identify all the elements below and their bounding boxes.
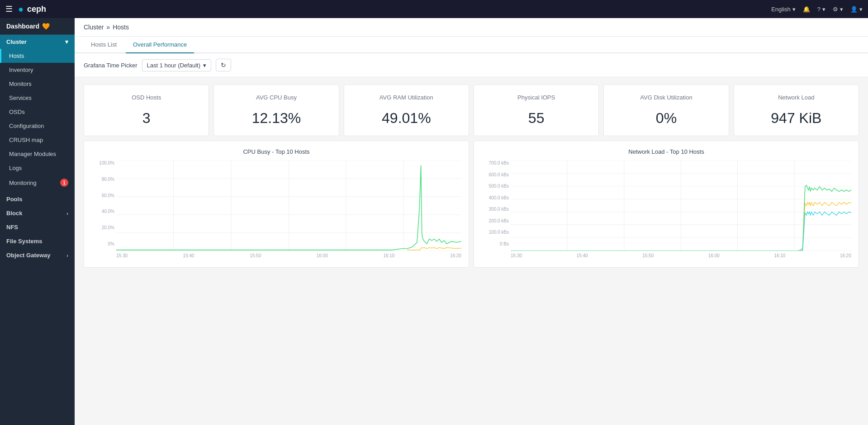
sidebar-item-block[interactable]: Block › (0, 206, 75, 220)
avg-cpu-title: AVG CPU Busy (256, 94, 297, 101)
toolbar: Grafana Time Picker Last 1 hour (Default… (75, 53, 868, 77)
stat-card-osd-hosts: OSD Hosts 3 (84, 85, 209, 136)
sidebar-item-inventory[interactable]: Inventory (0, 63, 75, 77)
settings-arrow: ▾ (840, 6, 843, 13)
net-x-labels: 15:30 15:40 15:50 16:00 16:10 16:20 (511, 251, 851, 260)
sidebar-item-monitors[interactable]: Monitors (0, 77, 75, 91)
sidebar-item-nfs[interactable]: NFS (0, 220, 75, 234)
avg-ram-value: 49.01% (382, 110, 431, 127)
sidebar-item-configuration[interactable]: Configuration (0, 119, 75, 133)
sidebar-item-monitoring[interactable]: Monitoring 1 (0, 175, 75, 190)
configuration-label: Configuration (9, 123, 44, 129)
crush-map-label: CRUSH map (9, 137, 43, 143)
cluster-chevron: ▾ (65, 38, 68, 45)
grafana-time-picker-label: Grafana Time Picker (84, 62, 138, 69)
net-x-label-3: 16:00 (708, 253, 720, 258)
cpu-y-label-2: 60.0% (102, 193, 114, 198)
net-y-label-2: 500.0 kBs (489, 184, 509, 189)
cpu-x-label-1: 15:40 (183, 253, 194, 258)
tab-overall-performance[interactable]: Overall Performance (126, 37, 194, 53)
network-load-chart-area: 700.0 kBs 600.0 kBs 500.0 kBs 400.0 kBs … (481, 161, 851, 260)
object-gateway-chevron-icon: › (66, 253, 68, 258)
breadcrumb-cluster: Cluster (84, 24, 104, 31)
sidebar-item-osds[interactable]: OSDs (0, 105, 75, 119)
sidebar-item-pools[interactable]: Pools (0, 192, 75, 206)
sidebar-item-file-systems[interactable]: File Systems (0, 234, 75, 248)
net-y-labels: 700.0 kBs 600.0 kBs 500.0 kBs 400.0 kBs … (481, 161, 511, 246)
network-load-chart-card: Network Load - Top 10 Hosts 700.0 kBs 60… (474, 141, 859, 268)
avg-disk-title: AVG Disk Utilization (640, 94, 692, 101)
stat-card-network-load: Network Load 947 KiB (734, 85, 859, 136)
nfs-label: NFS (6, 224, 18, 231)
navbar-right: English ▾ 🔔 ? ▾ ⚙ ▾ 👤 ▾ (771, 6, 863, 13)
monitoring-badge: 1 (60, 179, 68, 187)
bell-icon: 🔔 (803, 6, 810, 13)
tab-hosts-list[interactable]: Hosts List (84, 37, 124, 53)
physical-iops-value: 55 (528, 110, 545, 127)
stat-card-avg-ram: AVG RAM Utilization 49.01% (344, 85, 469, 136)
sidebar-dashboard[interactable]: Dashboard 🧡 (0, 18, 75, 35)
cpu-y-label-4: 20.0% (102, 225, 114, 230)
time-picker-dropdown[interactable]: Last 1 hour (Default) ▾ (142, 59, 212, 71)
time-picker-value: Last 1 hour (Default) (147, 62, 201, 69)
hosts-label: Hosts (9, 52, 24, 59)
app-name: ceph (27, 5, 46, 14)
navbar-left: ☰ ● ceph (5, 4, 46, 14)
help-icon: ? (817, 6, 821, 13)
object-gateway-label: Object Gateway (6, 252, 51, 259)
heart-icon: 🧡 (42, 23, 50, 30)
cpu-chart-svg (116, 161, 461, 251)
net-x-label-0: 15:30 (511, 253, 522, 258)
net-y-label-4: 300.0 kBs (489, 207, 509, 212)
cpu-x-labels: 15:30 15:40 15:50 16:00 16:10 16:20 (116, 251, 461, 260)
cpu-x-label-3: 16:00 (317, 253, 328, 258)
net-y-label-3: 400.0 kBs (489, 195, 509, 200)
language-arrow: ▾ (792, 6, 796, 13)
hamburger-icon[interactable]: ☰ (5, 4, 13, 14)
breadcrumb-separator: » (106, 24, 110, 31)
monitoring-label: Monitoring (9, 179, 37, 186)
logs-label: Logs (9, 165, 22, 171)
sidebar-item-manager-modules[interactable]: Manager Modules (0, 147, 75, 161)
cpu-y-label-0: 100.0% (99, 161, 114, 165)
net-x-label-1: 15:40 (577, 253, 588, 258)
refresh-button[interactable]: ↻ (216, 59, 231, 71)
network-load-value: 947 KiB (771, 110, 821, 127)
stat-card-physical-iops: Physical IOPS 55 (474, 85, 599, 136)
language-selector[interactable]: English ▾ (771, 6, 796, 13)
sidebar-item-logs[interactable]: Logs (0, 161, 75, 175)
net-x-label-5: 16:20 (840, 253, 851, 258)
sidebar-item-hosts[interactable]: Hosts (0, 49, 75, 63)
help-arrow: ▾ (822, 6, 825, 13)
user-button[interactable]: 👤 ▾ (850, 6, 863, 13)
main-layout: Dashboard 🧡 Cluster ▾ Hosts Inventory Mo… (0, 18, 868, 425)
stat-card-avg-disk: AVG Disk Utilization 0% (603, 85, 729, 136)
cpu-busy-chart-title: CPU Busy - Top 10 Hosts (91, 148, 461, 155)
sidebar-item-crush-map[interactable]: CRUSH map (0, 133, 75, 147)
osd-hosts-title: OSD Hosts (132, 94, 161, 101)
breadcrumb: Cluster » Hosts (75, 18, 868, 37)
stats-grid: OSD Hosts 3 AVG CPU Busy 12.13% AVG RAM … (75, 77, 868, 141)
block-label: Block (6, 210, 22, 217)
cpu-y-label-3: 40.0% (102, 209, 114, 214)
sidebar-item-services[interactable]: Services (0, 91, 75, 105)
notifications-button[interactable]: 🔔 (803, 6, 810, 13)
help-button[interactable]: ? ▾ (817, 6, 825, 13)
user-icon: 👤 (850, 6, 858, 13)
network-load-chart-title: Network Load - Top 10 Hosts (481, 148, 851, 155)
cpu-busy-chart-area: 100.0% 80.0% 60.0% 40.0% 20.0% 0% (91, 161, 461, 260)
user-arrow: ▾ (859, 6, 863, 13)
settings-button[interactable]: ⚙ ▾ (833, 6, 843, 13)
net-y-label-0: 700.0 kBs (489, 161, 509, 165)
cpu-x-label-4: 16:10 (383, 253, 394, 258)
net-y-label-5: 200.0 kBs (489, 218, 509, 223)
cpu-y-label-1: 80.0% (102, 177, 114, 182)
breadcrumb-current: Hosts (113, 24, 129, 31)
sidebar-section-cluster[interactable]: Cluster ▾ (0, 35, 75, 49)
pools-label: Pools (6, 196, 22, 203)
sidebar-item-object-gateway[interactable]: Object Gateway › (0, 248, 75, 262)
cpu-x-label-5: 16:20 (450, 253, 461, 258)
net-y-label-6: 100.0 kBs (489, 230, 509, 235)
avg-disk-value: 0% (656, 110, 677, 127)
net-x-label-4: 16:10 (774, 253, 785, 258)
